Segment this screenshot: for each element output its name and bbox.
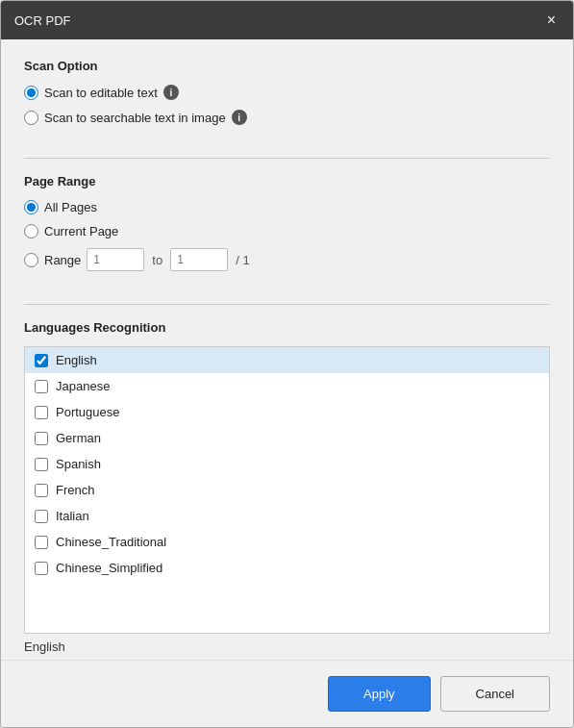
- language-checkbox-4[interactable]: [35, 458, 48, 471]
- language-checkbox-6[interactable]: [35, 510, 48, 523]
- list-item[interactable]: German: [25, 425, 549, 451]
- list-item[interactable]: Spanish: [25, 451, 549, 477]
- page-range-title: Page Range: [24, 174, 550, 188]
- dialog-footer: Apply Cancel: [1, 660, 573, 727]
- language-label: Chinese_Traditional: [56, 535, 166, 549]
- range-row: Range to / 1: [24, 248, 550, 271]
- scan-searchable-label: Scan to searchable text in image: [44, 111, 226, 125]
- range-label: Range: [44, 253, 81, 267]
- list-item[interactable]: Chinese_Traditional: [25, 529, 549, 555]
- range-inputs: to / 1: [87, 248, 249, 271]
- range-to-input[interactable]: [170, 248, 228, 271]
- range-to-label: to: [152, 253, 162, 267]
- scan-editable-radio[interactable]: [24, 86, 38, 100]
- scan-editable-info-icon: i: [163, 85, 179, 100]
- language-checkbox-5[interactable]: [35, 484, 48, 497]
- list-item[interactable]: Portuguese: [25, 399, 549, 425]
- list-item[interactable]: English: [25, 347, 549, 373]
- language-list[interactable]: EnglishJapanesePortugueseGermanSpanishFr…: [24, 346, 550, 634]
- language-label: English: [56, 353, 97, 367]
- language-label: Chinese_Simplified: [56, 561, 162, 575]
- page-range-section: Page Range All Pages Current Page Range …: [24, 174, 550, 281]
- range-radio[interactable]: [24, 253, 38, 267]
- list-item[interactable]: Italian: [25, 503, 549, 529]
- list-item[interactable]: Chinese_Simplified: [25, 555, 549, 581]
- close-button[interactable]: ×: [543, 11, 560, 30]
- apply-button[interactable]: Apply: [328, 676, 431, 712]
- language-checkbox-2[interactable]: [35, 406, 48, 419]
- language-checkbox-1[interactable]: [35, 380, 48, 393]
- scan-searchable-info-icon: i: [232, 110, 247, 125]
- language-label: French: [56, 483, 94, 497]
- language-checkbox-7[interactable]: [35, 536, 48, 549]
- divider-1: [24, 158, 550, 159]
- current-page-radio[interactable]: [24, 224, 38, 238]
- range-total: / 1: [236, 253, 249, 267]
- range-from-input[interactable]: [87, 248, 144, 271]
- scan-editable-row: Scan to editable text i: [24, 85, 550, 100]
- language-checkbox-0[interactable]: [35, 354, 48, 367]
- language-label: Spanish: [56, 457, 101, 471]
- scan-searchable-radio[interactable]: [24, 111, 38, 125]
- dialog-title: OCR PDF: [14, 13, 71, 28]
- selected-languages-text: English: [24, 634, 550, 660]
- scan-editable-label: Scan to editable text: [44, 86, 158, 100]
- list-item[interactable]: Japanese: [25, 373, 549, 399]
- scan-searchable-row: Scan to searchable text in image i: [24, 110, 550, 125]
- all-pages-row: All Pages: [24, 200, 550, 214]
- language-label: German: [56, 431, 101, 445]
- language-label: Japanese: [56, 379, 110, 393]
- title-bar: OCR PDF ×: [1, 1, 573, 39]
- all-pages-radio[interactable]: [24, 200, 38, 214]
- list-item[interactable]: French: [25, 477, 549, 503]
- language-label: Italian: [56, 509, 89, 523]
- current-page-label: Current Page: [44, 224, 118, 238]
- scan-option-section: Scan Option Scan to editable text i Scan…: [24, 59, 550, 135]
- divider-2: [24, 304, 550, 305]
- scan-option-title: Scan Option: [24, 59, 550, 73]
- languages-section: Languages Recognition EnglishJapanesePor…: [24, 320, 550, 660]
- language-checkbox-8[interactable]: [35, 562, 48, 575]
- current-page-row: Current Page: [24, 224, 550, 238]
- cancel-button[interactable]: Cancel: [440, 676, 550, 712]
- dialog-content: Scan Option Scan to editable text i Scan…: [1, 39, 573, 660]
- ocr-pdf-dialog: OCR PDF × Scan Option Scan to editable t…: [0, 0, 574, 728]
- language-label: Portuguese: [56, 405, 120, 419]
- languages-title: Languages Recognition: [24, 320, 550, 335]
- language-checkbox-3[interactable]: [35, 432, 48, 445]
- all-pages-label: All Pages: [44, 200, 97, 214]
